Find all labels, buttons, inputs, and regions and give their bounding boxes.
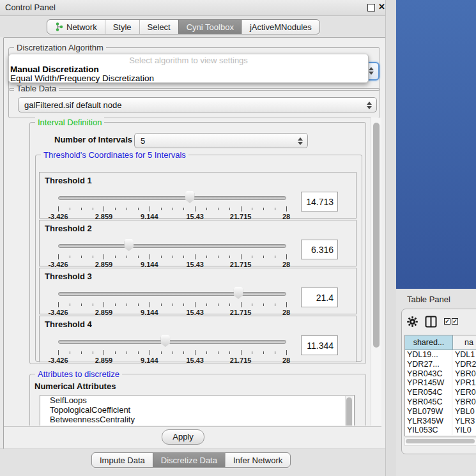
mode-tab-impute-data[interactable]: Impute Data bbox=[92, 453, 153, 467]
tab-network[interactable]: Network bbox=[47, 20, 105, 34]
algorithm-popup-hint: Select algorithm to view settings bbox=[9, 56, 368, 65]
table-panel-body: ✓ ✓ shared... na YDL19...YDL1YDR27...YDR… bbox=[401, 309, 476, 454]
slider-thumb-icon[interactable] bbox=[124, 239, 134, 251]
table-row[interactable]: YER054CYER0 bbox=[405, 388, 476, 397]
cell-name: YBL0 bbox=[452, 407, 476, 417]
table-toolbar: ✓ ✓ bbox=[407, 314, 458, 328]
settings-scrollbar-thumb[interactable] bbox=[373, 123, 380, 348]
tab-label: Network bbox=[66, 22, 97, 32]
tab-label: Infer Network bbox=[233, 456, 282, 465]
threshold-value-field[interactable]: 14.713 bbox=[301, 192, 338, 211]
cyni-mode-tabs: Impute DataDiscretize DataInfer Network bbox=[91, 452, 291, 468]
checkbox-icon: ✓ bbox=[444, 318, 450, 325]
combo-stepper-icon bbox=[297, 136, 303, 146]
float-window-icon[interactable] bbox=[367, 4, 375, 12]
table-panel: Table Panel bbox=[396, 289, 476, 476]
cell-shared-name: YBR043C bbox=[405, 369, 452, 379]
table-data-combobox[interactable]: galFiltered.sif default node bbox=[18, 97, 377, 112]
tab-label: jActiveMNodules bbox=[250, 22, 312, 32]
attributes-list-scrollbar[interactable] bbox=[345, 396, 353, 426]
attribute-item-selfloops[interactable]: SelfLoops bbox=[40, 395, 354, 405]
slider-track[interactable] bbox=[58, 196, 286, 200]
threshold-slider[interactable]: -3.4262.8599.14415.4321.71528 bbox=[58, 333, 286, 358]
apply-button[interactable]: Apply bbox=[162, 429, 204, 445]
cell-name: YBR0 bbox=[452, 369, 476, 379]
network-desktop: GAL80GACGAL11GAL4GCY1HHAP2 bbox=[396, 0, 476, 289]
table-horizontal-scrollbar-thumb[interactable] bbox=[406, 439, 475, 443]
tab-label: Select bbox=[148, 22, 171, 32]
slider-thumb-icon[interactable] bbox=[234, 287, 243, 299]
column-header-shared-name[interactable]: shared... bbox=[405, 335, 453, 349]
tab-cyni-toolbox[interactable]: Cyni Toolbox bbox=[178, 20, 242, 34]
attributes-list-scrollbar-thumb[interactable] bbox=[346, 397, 352, 426]
cell-shared-name: YPR145W bbox=[405, 378, 452, 388]
slider-track[interactable] bbox=[58, 292, 286, 296]
numerical-attributes-label: Numerical Attributes bbox=[35, 381, 116, 391]
threshold-value-field[interactable]: 6.316 bbox=[301, 240, 338, 259]
popup-item-manual-discretization[interactable]: Manual Discretization bbox=[9, 65, 368, 74]
number-of-intervals-label: Number of Intervals bbox=[54, 135, 132, 144]
threshold-value-field[interactable]: 11.344 bbox=[301, 335, 338, 355]
settings-scroll-viewport: Interval Definition Number of Intervals … bbox=[4, 118, 370, 426]
settings-scrollbar[interactable] bbox=[371, 118, 381, 426]
attribute-item-topologicalcoefficient[interactable]: TopologicalCoefficient bbox=[40, 405, 354, 415]
attribute-item-betweennesscentrality[interactable]: BetweennessCentrality bbox=[40, 415, 354, 424]
tab-style[interactable]: Style bbox=[105, 20, 139, 34]
column-header-name[interactable]: na bbox=[453, 335, 476, 349]
table-row[interactable]: YBR045CYBR0 bbox=[405, 397, 476, 407]
select-all-icons[interactable]: ✓ ✓ bbox=[444, 318, 458, 325]
numerical-attributes-list[interactable]: SelfLoopsTopologicalCoefficientBetweenne… bbox=[40, 395, 355, 426]
threshold-label: Threshold 3 bbox=[45, 272, 92, 281]
number-of-intervals-combobox[interactable]: 5 bbox=[134, 133, 308, 148]
node-attribute-table: shared... na YDL19...YDL1YDR27...YDR2YBR… bbox=[404, 335, 476, 436]
close-icon[interactable]: ✕ bbox=[378, 2, 385, 12]
tab-label: Discretize Data bbox=[161, 456, 217, 465]
mode-tab-infer-network[interactable]: Infer Network bbox=[225, 453, 290, 467]
combo-stepper-icon bbox=[366, 100, 372, 111]
table-row[interactable]: YIL053CYIL0 bbox=[405, 426, 476, 435]
gear-icon[interactable] bbox=[407, 316, 418, 327]
columns-icon[interactable] bbox=[425, 316, 437, 328]
tab-jactivemnodules[interactable]: jActiveMNodules bbox=[242, 20, 319, 34]
bottom-tab-strip: Impute DataDiscretize DataInfer Network bbox=[0, 449, 388, 476]
table-data-combobox-value: galFiltered.sif default node bbox=[24, 100, 121, 110]
table-panel-title: Table Panel bbox=[407, 295, 450, 304]
popup-item-equal-width-frequency[interactable]: Equal Width/Frequency Discretization bbox=[9, 74, 368, 83]
cell-name: YER0 bbox=[452, 388, 476, 397]
table-row[interactable]: YDL19...YDL1 bbox=[405, 350, 476, 360]
slider-thumb-icon[interactable] bbox=[185, 191, 195, 203]
threshold-3-panel: Threshold 3-3.4262.8599.14415.4321.71528… bbox=[39, 268, 357, 314]
threshold-slider[interactable]: -3.4262.8599.14415.4321.71528 bbox=[58, 189, 286, 215]
slider-track[interactable] bbox=[58, 340, 286, 344]
cell-shared-name: YDR27... bbox=[405, 360, 452, 369]
cell-name: YIL0 bbox=[452, 426, 476, 435]
interval-definition-group: Interval Definition Number of Intervals … bbox=[29, 122, 366, 364]
panel-splitter[interactable] bbox=[385, 0, 397, 476]
slider-track[interactable] bbox=[58, 244, 286, 248]
cell-name: YDL1 bbox=[452, 350, 476, 360]
threshold-value-field[interactable]: 21.4 bbox=[301, 288, 338, 307]
table-row[interactable]: YPR145WYPR1 bbox=[405, 378, 476, 388]
slider-thumb-icon[interactable] bbox=[160, 335, 170, 347]
table-row[interactable]: YBR043CYBR0 bbox=[405, 369, 476, 379]
attributes-group: Attributes to discretize Numerical Attri… bbox=[29, 374, 366, 426]
table-horizontal-scrollbar[interactable] bbox=[404, 438, 476, 446]
table-rows: YDL19...YDL1YDR27...YDR2YBR043CYBR0YPR14… bbox=[405, 350, 476, 435]
algorithm-dropdown-popup: Select algorithm to view settings Manual… bbox=[8, 54, 369, 83]
threshold-1-panel: Threshold 1-3.4262.8599.14415.4321.71528… bbox=[39, 172, 357, 219]
tab-label: Style bbox=[113, 22, 132, 32]
table-row[interactable]: YLR345WYLR3 bbox=[405, 417, 476, 426]
table-row[interactable]: YBL079WYBL0 bbox=[405, 407, 476, 417]
slider-axis-labels: -3.4262.8599.14415.4321.71528 bbox=[58, 357, 286, 364]
threshold-2-panel: Threshold 2-3.4262.8599.14415.4321.71528… bbox=[39, 220, 357, 266]
tab-label: Cyni Toolbox bbox=[187, 22, 234, 32]
thresholds-group-title: Threshold's Coordinates for 5 Intervals bbox=[41, 150, 188, 160]
threshold-slider[interactable]: -3.4262.8599.14415.4321.71528 bbox=[58, 285, 286, 311]
cell-shared-name: YER054C bbox=[405, 388, 452, 397]
table-header-row: shared... na bbox=[405, 335, 476, 350]
thresholds-group: Threshold's Coordinates for 5 Intervals … bbox=[35, 155, 362, 362]
threshold-slider[interactable]: -3.4262.8599.14415.4321.71528 bbox=[58, 237, 286, 263]
table-row[interactable]: YDR27...YDR2 bbox=[405, 360, 476, 369]
tab-select[interactable]: Select bbox=[139, 20, 178, 34]
mode-tab-discretize-data[interactable]: Discretize Data bbox=[153, 453, 225, 467]
